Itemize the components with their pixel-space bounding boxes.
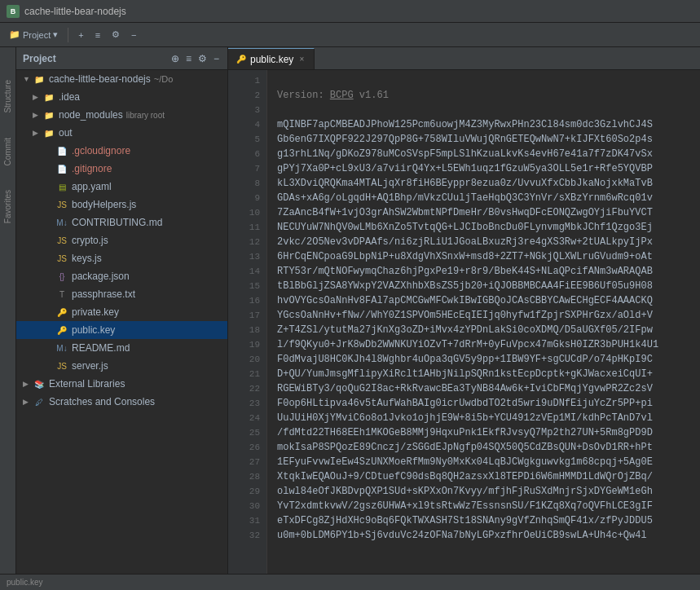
line-number: 2 [228,88,260,103]
tree-item-packagejson[interactable]: {} package.json [16,267,227,285]
gitignore-label: .gitignore [72,163,112,174]
scratches-label: Scratches and Consoles [49,396,155,407]
project-button[interactable]: 📁 Project ▾ [5,28,62,42]
root-label: cache-little-bear-nodejs [49,73,151,85]
line-number: 9 [228,191,260,205]
line-number: 14 [228,264,260,279]
tree-item-gcloudignore[interactable]: 📄 .gcloudignore [16,142,227,160]
window-title: cache-little-bear-nodejs [24,6,126,17]
tree-item-scratches[interactable]: ▶ 🖊 Scratches and Consoles [16,393,227,411]
code-line: UuJUiH0XjYMviC6o8o1Jvko1ojhjE9W+8i5b+YCU… [277,411,700,425]
code-line: 6HrCqENCpoaG9LbpNiP+u8XdgVhXSnxW+msd8+2Z… [277,249,700,264]
line-number: 26 [228,440,260,455]
header-icons: ⊕ ≡ ⚙ − [169,51,221,66]
line-number: 25 [228,425,260,440]
tree-item-readme[interactable]: M↓ README.md [16,339,227,357]
line-number: 30 [228,499,260,513]
line-number: 21 [228,367,260,381]
sidebar-item-commit[interactable]: Commit [3,138,12,165]
sidebar-item-favorites[interactable]: Favorites [3,190,12,223]
keys-label: keys.js [72,253,102,264]
expand-arrow: ▼ [23,75,33,83]
file-tree-header: Project ⊕ ≡ ⚙ − [16,47,227,70]
line-number: 22 [228,381,260,396]
line-number: 4 [228,117,260,132]
code-line: RTY53r/mQtNOFwymqChaz6hjPgxPe19+r8r9/Bbe… [277,264,700,279]
code-line: olwl84eOfJKBDvpQXP1SUd+sKPXxOn7Kvyy/mfjh… [277,484,700,499]
readme-label: README.md [72,342,130,354]
app-icon: B [7,5,20,18]
gcloudignore-label: .gcloudignore [72,145,130,156]
code-line: Z+T4ZSl/ytutMa27jKnXg3oZD+iMvx4zYPDnLakS… [277,323,700,337]
tree-item-privatekey[interactable]: 🔑 private.key [16,303,227,321]
file-icon-serverjs: JS [55,360,68,372]
folder-icon-node-modules: 📁 [42,109,55,121]
code-line: D+QU/YumJmsgMflipyXiRclt1AHbjNilpSQRn1ks… [277,367,700,381]
file-icon-passphrasetxt: T [55,288,68,300]
code-line: g13rhL1Nq/gDKoZ978uMCoSVspF5mpLSlhKzuaLk… [277,147,700,161]
file-icon-gitignore: 📄 [55,163,68,174]
add-button[interactable]: + [74,29,87,42]
tree-item-external-libraries[interactable]: ▶ 📚 External Libraries [16,375,227,393]
editor-tab-publickey[interactable]: 🔑 public.key × [228,48,315,69]
settings-icon-btn[interactable]: ⚙ [196,51,209,66]
code-line: 1EFyuFvvwIeEw4SzUNXMoeRfMm9Ny0MxKx04LqBJ… [277,455,700,469]
add-icon-btn[interactable]: ⊕ [169,51,181,66]
icon-external-libraries: 📚 [33,378,46,390]
tree-item-node-modules[interactable]: ▶ 📁 node_modules library root [16,106,227,124]
tree-item-keys[interactable]: JS keys.js [16,249,227,267]
line-number: 16 [228,293,260,308]
code-line: kL3XDviQRQKma4MTALjqXr8fiH6BEyppr8ezua0z… [277,176,700,191]
code-line: mQINBF7apCMBEADJPhoW125Pcm6uowjM4Z3MyRwx… [277,117,700,132]
expand-arrow-out: ▶ [33,129,42,137]
code-line: Gb6enG7IXQPF922J297QpP8G+758WIluVWujQRnG… [277,132,700,147]
code-area[interactable]: Version: BCPG v1.61mQINBF7apCMBEADJPhoW1… [267,70,700,574]
line-number: 20 [228,352,260,367]
filter-icon-btn[interactable]: ≡ [184,51,193,66]
chevron-down-icon: ▾ [53,29,58,40]
tree-item-contributing[interactable]: M↓ CONTRIBUTING.md [16,214,227,231]
settings-button[interactable]: ⚙ [108,28,124,42]
line-number: 13 [228,249,260,264]
file-tree-panel: Project ⊕ ≡ ⚙ − ▼ 📁 cache-little-bear-no… [16,47,228,574]
code-line: F0dMvajU8HC0KJh4l8Wghbr4uOpa3qGV5y9pp+1I… [277,352,700,367]
line-number: 1 [228,73,260,88]
main-toolbar: 📁 Project ▾ + ≡ ⚙ − [0,23,700,47]
code-line: F0op6HLtipva46v5tAufWahBAIg0icrUwdbdTO2t… [277,396,700,411]
file-icon-publickey: 🔑 [55,324,68,336]
bodyhelpers-label: bodyHelpers.js [72,199,136,210]
tree-item-publickey[interactable]: 🔑 public.key [16,321,227,339]
left-sidebar: Structure Commit Favorites [0,47,16,574]
file-tree-content[interactable]: ▼ 📁 cache-little-bear-nodejs ~/Do ▶ 📁 .i… [16,70,227,574]
tree-item-serverjs[interactable]: JS server.js [16,357,227,375]
collapse-icon-btn[interactable]: − [212,51,221,66]
code-line: GDAs+xA6g/oLgqdH+AQ1Bhp/mVkzCUuljTaeHqbQ… [277,191,700,205]
node-modules-label: node_modules [59,109,123,121]
privatekey-label: private.key [72,306,119,318]
tree-item-gitignore[interactable]: 📄 .gitignore [16,160,227,178]
code-line [277,73,700,88]
code-line: YvT2xdmtkvwV/2gsz6UHWA+xl9tsRtwWz7Essnsn… [277,499,700,513]
content-area: Structure Commit Favorites Project ⊕ ≡ ⚙… [0,47,700,574]
tab-close-button[interactable]: × [297,55,306,64]
tree-item-out[interactable]: ▶ 📁 out [16,124,227,142]
line-number: 28 [228,469,260,484]
code-line: Version: BCPG v1.61 [277,88,700,103]
file-icon-packagejson: {} [55,271,68,282]
tree-item-idea[interactable]: ▶ 📁 .idea [16,88,227,106]
code-line: XtqkIwEQAOuJ+9/CDtuefC90dsBq8QH2azsxXl8T… [277,469,700,484]
minimize-button[interactable]: − [127,29,140,42]
tree-item-passphrasetxt[interactable]: T passphrase.txt [16,285,227,303]
line-number: 11 [228,220,260,235]
tree-item-crypto[interactable]: JS crypto.js [16,231,227,249]
tree-root[interactable]: ▼ 📁 cache-little-bear-nodejs ~/Do [16,70,227,88]
tree-item-bodyhelpers[interactable]: JS bodyHelpers.js [16,196,227,214]
file-icon-readme: M↓ [55,342,68,354]
file-icon-bodyhelpers: JS [55,199,68,210]
code-line: RGEWiBTy3/qoQuG2I8ac+RkRvawcBEa3TyNB84Aw… [277,381,700,396]
line-number: 19 [228,337,260,352]
sidebar-item-structure[interactable]: Structure [3,80,12,113]
editor-tabs: 🔑 public.key × [228,47,700,70]
layout-button[interactable]: ≡ [91,29,104,42]
tree-item-appyaml[interactable]: ▤ app.yaml [16,178,227,196]
